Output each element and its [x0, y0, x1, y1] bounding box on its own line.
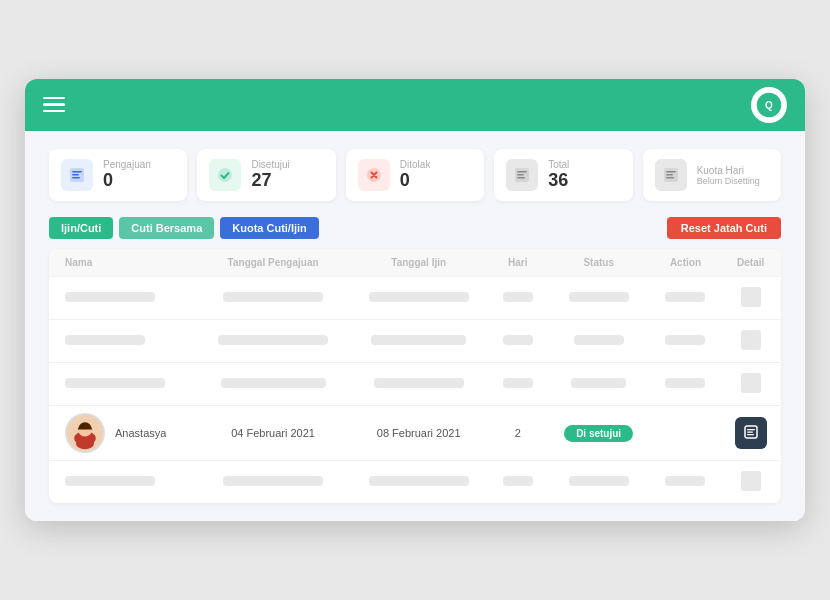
svg-rect-10 [517, 174, 524, 176]
svg-rect-4 [72, 174, 79, 176]
reset-jatah-cuti-button[interactable]: Reset Jatah Cuti [667, 217, 781, 239]
col-action: Action [651, 249, 721, 277]
app-window: Q Pengajuan 0 Disetujui [25, 79, 805, 522]
svg-rect-21 [747, 429, 755, 430]
stat-pengajuan-icon [61, 159, 93, 191]
stat-disetujui: Disetujui 27 [197, 149, 335, 202]
col-tanggal-ijin: Tanggal Ijin [349, 249, 489, 277]
stat-ditolak-icon [358, 159, 390, 191]
stat-kuota-note: Belum Disetting [697, 176, 760, 186]
stat-ditolak-label: Ditolak [400, 159, 431, 170]
svg-rect-11 [517, 177, 525, 179]
tab-left: Ijin/Cuti Cuti Bersama Kuota Cuti/Ijin [49, 217, 319, 239]
svg-rect-23 [747, 434, 754, 435]
col-status: Status [547, 249, 651, 277]
svg-rect-5 [72, 177, 80, 179]
hamburger-menu[interactable] [43, 97, 65, 113]
stat-total-value: 36 [548, 170, 569, 192]
svg-rect-13 [666, 171, 676, 173]
stat-kuota-icon [655, 159, 687, 191]
status-badge: Di setujui [564, 425, 633, 442]
svg-rect-3 [72, 171, 82, 173]
table-row: Anastasya 04 Februari 2021 08 Februari 2… [49, 406, 781, 461]
col-hari: Hari [489, 249, 547, 277]
stat-total-label: Total [548, 159, 569, 170]
avatar [65, 413, 105, 453]
col-nama: Nama [49, 249, 197, 277]
stat-ditolak-value: 0 [400, 170, 431, 192]
tab-row: Ijin/Cuti Cuti Bersama Kuota Cuti/Ijin R… [49, 217, 781, 239]
svg-rect-15 [666, 177, 674, 179]
stat-kuota-hari: Kuota Hari Belum Disetting [643, 149, 781, 202]
svg-rect-14 [666, 174, 673, 176]
row-hari: 2 [489, 406, 547, 461]
stat-kuota-label: Kuota Hari [697, 165, 760, 176]
stats-row: Pengajuan 0 Disetujui 27 Ditolak [49, 149, 781, 202]
svg-point-6 [218, 168, 232, 182]
name-cell: Anastasya [65, 413, 187, 453]
svg-rect-22 [747, 431, 753, 432]
data-table: Nama Tanggal Pengajuan Tanggal Ijin Hari… [49, 249, 781, 503]
row-tanggal-ijin: 08 Februari 2021 [349, 406, 489, 461]
svg-text:Q: Q [765, 100, 773, 111]
table-row [49, 320, 781, 363]
table-row [49, 277, 781, 320]
svg-rect-9 [517, 171, 527, 173]
detail-icon [743, 424, 759, 443]
table-row [49, 363, 781, 406]
stat-total: Total 36 [494, 149, 632, 202]
row-action [651, 406, 721, 461]
svg-point-19 [76, 439, 94, 450]
row-detail[interactable] [720, 406, 781, 461]
row-name: Anastasya [115, 427, 166, 439]
col-detail: Detail [720, 249, 781, 277]
col-tanggal-pengajuan: Tanggal Pengajuan [197, 249, 348, 277]
stat-disetujui-value: 27 [251, 170, 289, 192]
logo: Q [751, 87, 787, 123]
main-content: Pengajuan 0 Disetujui 27 Ditolak [25, 131, 805, 522]
stat-pengajuan-value: 0 [103, 170, 151, 192]
stat-total-icon [506, 159, 538, 191]
table-row [49, 461, 781, 504]
stat-pengajuan-label: Pengajuan [103, 159, 151, 170]
row-status: Di setujui [547, 406, 651, 461]
tab-cuti-bersama[interactable]: Cuti Bersama [119, 217, 214, 239]
detail-button[interactable] [735, 417, 767, 449]
stat-ditolak: Ditolak 0 [346, 149, 484, 202]
header: Q [25, 79, 805, 131]
tab-kuota-cuti[interactable]: Kuota Cuti/Ijin [220, 217, 319, 239]
stat-disetujui-icon [209, 159, 241, 191]
row-tanggal-pengajuan: 04 Februari 2021 [197, 406, 348, 461]
table-header: Nama Tanggal Pengajuan Tanggal Ijin Hari… [49, 249, 781, 277]
tab-ijin-cuti[interactable]: Ijin/Cuti [49, 217, 113, 239]
stat-pengajuan: Pengajuan 0 [49, 149, 187, 202]
stat-disetujui-label: Disetujui [251, 159, 289, 170]
